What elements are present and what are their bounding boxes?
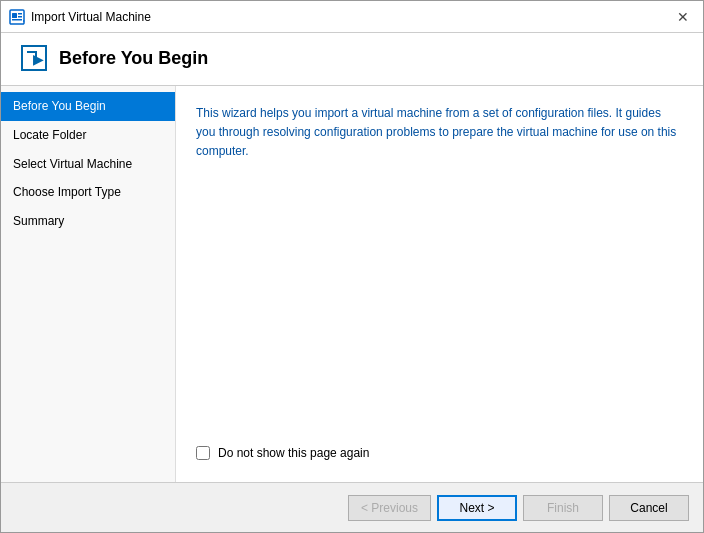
description-text: This wizard helps you import a virtual m… bbox=[196, 104, 683, 162]
sidebar-item-choose-import-type[interactable]: Choose Import Type bbox=[1, 178, 175, 207]
svg-rect-3 bbox=[18, 16, 22, 18]
sidebar-item-summary[interactable]: Summary bbox=[1, 207, 175, 236]
main-content: This wizard helps you import a virtual m… bbox=[176, 86, 703, 482]
dialog-icon bbox=[9, 9, 25, 25]
next-button[interactable]: Next > bbox=[437, 495, 517, 521]
cancel-button[interactable]: Cancel bbox=[609, 495, 689, 521]
do-not-show-checkbox[interactable] bbox=[196, 446, 210, 460]
sidebar-item-before-you-begin[interactable]: Before You Begin bbox=[1, 92, 175, 121]
svg-rect-1 bbox=[12, 13, 17, 18]
checkbox-row: Do not show this page again bbox=[196, 446, 683, 460]
svg-rect-2 bbox=[18, 13, 22, 15]
header-section: Before You Begin bbox=[1, 33, 703, 86]
import-dialog: Import Virtual Machine ✕ Before You Begi… bbox=[0, 0, 704, 533]
close-button[interactable]: ✕ bbox=[671, 5, 695, 29]
sidebar-item-select-vm[interactable]: Select Virtual Machine bbox=[1, 150, 175, 179]
header-icon bbox=[21, 45, 47, 71]
title-bar: Import Virtual Machine ✕ bbox=[1, 1, 703, 33]
finish-button[interactable]: Finish bbox=[523, 495, 603, 521]
sidebar-item-locate-folder[interactable]: Locate Folder bbox=[1, 121, 175, 150]
do-not-show-label: Do not show this page again bbox=[218, 446, 369, 460]
content-area: Before You Begin Locate Folder Select Vi… bbox=[1, 86, 703, 482]
sidebar: Before You Begin Locate Folder Select Vi… bbox=[1, 86, 176, 482]
previous-button[interactable]: < Previous bbox=[348, 495, 431, 521]
dialog-title: Import Virtual Machine bbox=[31, 10, 671, 24]
header-title: Before You Begin bbox=[59, 48, 208, 69]
footer: < Previous Next > Finish Cancel bbox=[1, 482, 703, 532]
svg-rect-4 bbox=[12, 19, 22, 21]
